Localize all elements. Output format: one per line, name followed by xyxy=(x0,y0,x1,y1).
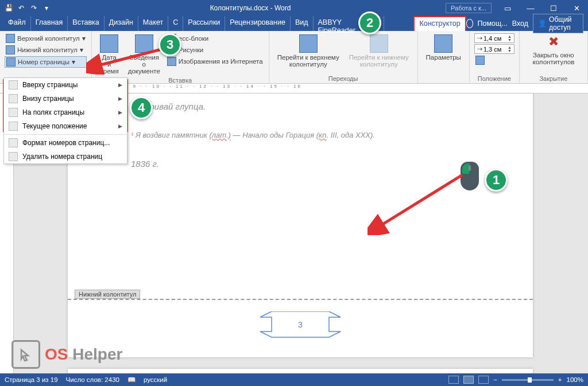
help-link[interactable]: Помощ... xyxy=(478,20,508,28)
header-button[interactable]: Верхний колонтитул▾ xyxy=(5,33,87,44)
group-position: ⇢▲▼ ⇢▲▼ Положение xyxy=(470,31,520,83)
callout-4: 4 xyxy=(130,96,153,119)
page-number-banner[interactable]: 3 xyxy=(254,311,346,340)
align-icon xyxy=(475,56,485,65)
docinfo-icon xyxy=(135,34,153,53)
status-page[interactable]: Страница 3 из 19 xyxy=(5,376,58,383)
group-insert: Дата и время Сведения о документе есс-бл… xyxy=(92,31,269,83)
remove-icon xyxy=(9,152,18,161)
undo-icon[interactable]: ↶ xyxy=(16,3,26,13)
tab-layout[interactable]: Макет xyxy=(138,16,168,31)
menu-top-of-page[interactable]: Вверху страницы▶ xyxy=(4,78,127,92)
menu-bottom-of-page[interactable]: Внизу страницы▶ xyxy=(4,92,127,106)
footer-margin-input[interactable]: ⇢▲▼ xyxy=(474,44,514,54)
bottom-page-icon xyxy=(9,94,18,103)
ribbon: Верхний колонтитул▾ Нижний колонтитул▾ Н… xyxy=(0,31,588,84)
tab-home[interactable]: Главная xyxy=(31,16,68,31)
margin-top-icon: ⇢ xyxy=(477,34,482,42)
close-x-icon: ✖ xyxy=(546,34,562,50)
tab-insert[interactable]: Вставка xyxy=(68,16,104,31)
top-page-icon xyxy=(9,80,18,89)
context-tab-group: Работа с к... xyxy=(446,3,492,13)
date-time-button[interactable]: Дата и время xyxy=(96,33,122,76)
goto-header-icon xyxy=(299,34,318,53)
zoom-in-icon[interactable]: + xyxy=(558,376,562,383)
share-button[interactable]: 👤 Общий доступ xyxy=(533,14,583,33)
menu-page-margins[interactable]: На полях страницы▶ xyxy=(4,106,127,119)
group-close: ✖Закрыть окно колонтитулов Закрытие xyxy=(520,31,588,83)
redo-icon[interactable]: ↷ xyxy=(29,3,39,13)
goto-header-button[interactable]: Перейти к верхнему колонтитулу xyxy=(274,33,343,69)
close-header-footer-button[interactable]: ✖Закрыть окно колонтитулов xyxy=(524,33,583,67)
status-words[interactable]: Число слов: 2430 xyxy=(66,376,119,383)
tab-design[interactable]: Дизайн xyxy=(105,16,138,31)
feedback-icon[interactable] xyxy=(466,19,473,28)
signin-link[interactable]: Вход xyxy=(512,20,528,28)
watermark: OS Helper xyxy=(11,340,122,369)
view-web-icon[interactable] xyxy=(478,376,489,384)
callout-3: 3 xyxy=(158,33,181,56)
tab-constructor[interactable]: Конструктор xyxy=(413,16,466,31)
save-icon[interactable]: 💾 xyxy=(3,3,14,13)
view-print-icon[interactable] xyxy=(463,376,474,384)
ribbon-tabs: Файл Главная Вставка Дизайн Макет С Расс… xyxy=(0,16,588,31)
tab-review[interactable]: Рецензирование xyxy=(225,16,291,31)
tab-file[interactable]: Файл xyxy=(3,16,31,31)
online-pic-icon xyxy=(167,57,176,66)
callout-2: 2 xyxy=(358,11,381,34)
quick-access-toolbar: 💾 ↶ ↷ ▾ xyxy=(0,3,55,13)
watermark-cursor-icon xyxy=(11,340,40,369)
page-2: Верхний колонтитул OS-Helper.ru Моцарт и… xyxy=(68,369,533,373)
header-margin-input[interactable]: ⇢▲▼ xyxy=(474,33,514,43)
ribbon-options-icon[interactable]: ▭ xyxy=(496,0,519,16)
page-number-button[interactable]: Номер страницы▾ xyxy=(5,56,87,68)
document-title: Колонтитулы.docx - Word xyxy=(55,4,446,12)
status-bar: Страница 3 из 19 Число слов: 2430 📖 русс… xyxy=(0,373,588,386)
doc-info-button[interactable]: Сведения о документе xyxy=(125,33,164,76)
view-read-icon[interactable] xyxy=(448,376,459,384)
params-icon xyxy=(434,34,452,53)
tab-mailings[interactable]: Рассылки xyxy=(183,16,225,31)
footer-tag: Нижний колонтитул xyxy=(75,290,140,299)
status-language[interactable]: русский xyxy=(144,376,167,383)
current-pos-icon xyxy=(9,122,18,131)
callout-1: 1 xyxy=(485,169,508,192)
align-tab-button[interactable] xyxy=(474,55,514,65)
tab-view[interactable]: Вид xyxy=(291,16,314,31)
status-spellcheck-icon[interactable]: 📖 xyxy=(127,376,136,384)
page-number-value: 3 xyxy=(298,320,303,329)
zoom-level[interactable]: 100% xyxy=(567,376,583,383)
menu-format-numbers[interactable]: Формат номеров страниц... xyxy=(4,136,127,150)
zoom-out-icon[interactable]: − xyxy=(493,376,497,383)
zoom-slider[interactable] xyxy=(502,379,554,381)
group-options: Параметры xyxy=(418,31,470,83)
share-icon: 👤 xyxy=(538,20,547,28)
page-number-icon xyxy=(6,57,16,67)
group-navigation: Перейти к верхнему колонтитулу Перейти к… xyxy=(269,31,418,83)
goto-footer-icon xyxy=(370,34,388,53)
footer-zone[interactable]: Нижний колонтитул 3 xyxy=(68,299,533,350)
page-number-menu: Вверху страницы▶ Внизу страницы▶ На поля… xyxy=(3,77,127,164)
footer-button[interactable]: Нижний колонтитул▾ xyxy=(5,45,87,55)
online-pictures-button[interactable]: Изображения из Интернета xyxy=(166,56,264,67)
group-header-footer: Верхний колонтитул▾ Нижний колонтитул▾ Н… xyxy=(0,31,92,83)
params-button[interactable]: Параметры xyxy=(423,33,465,62)
title-bar: 💾 ↶ ↷ ▾ Колонтитулы.docx - Word Работа с… xyxy=(0,0,588,16)
menu-current-position[interactable]: Текущее положение▶ xyxy=(4,119,127,133)
margins-icon xyxy=(9,108,18,117)
qat-customize-icon[interactable]: ▾ xyxy=(41,3,52,13)
menu-remove-numbers[interactable]: Удалить номера страниц xyxy=(4,150,127,163)
tab-references[interactable]: С xyxy=(168,16,183,31)
goto-footer-button: Перейти к нижнему колонтитулу xyxy=(345,33,413,69)
mouse-icon xyxy=(461,162,479,190)
format-icon xyxy=(9,138,18,147)
calendar-icon xyxy=(100,34,118,53)
margin-bottom-icon: ⇢ xyxy=(477,45,482,53)
footer-icon xyxy=(6,45,15,54)
page-1: оспаривай глупца. ¹ Я воздвиг памятник (… xyxy=(68,93,533,357)
header-icon xyxy=(6,34,15,43)
